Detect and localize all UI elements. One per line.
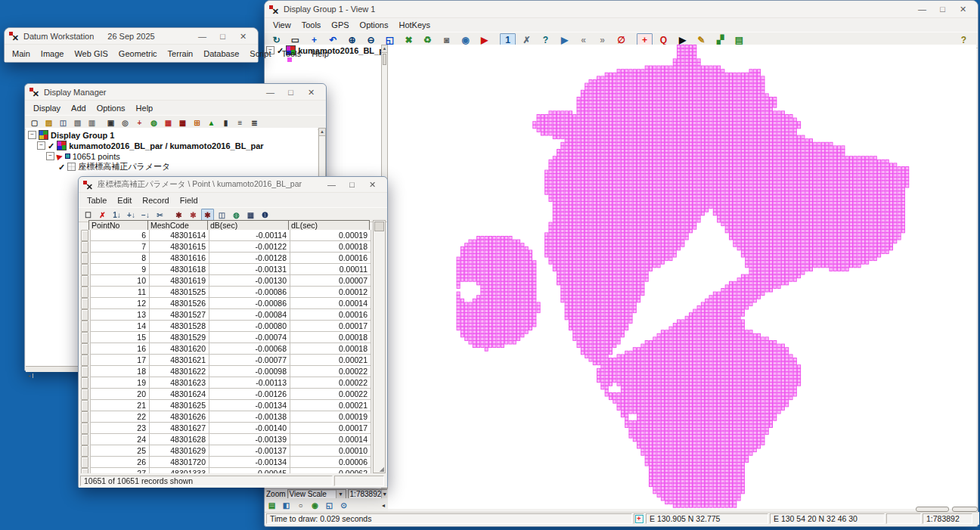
record-select-button[interactable] [81,434,88,445]
maximize-icon[interactable]: □ [281,85,301,100]
minimize-icon[interactable]: — [912,2,932,17]
unlink-record-icon[interactable]: ✂ [154,209,166,221]
chevron-down-icon[interactable]: ▼ [381,490,387,498]
record-select-button[interactable] [81,332,88,343]
tree-item-parameter[interactable]: ✓ 座標標高補正パラメータ [28,162,318,172]
record-select-button[interactable] [81,468,88,473]
menu-tools[interactable]: Tools [276,48,306,60]
record-select-button[interactable] [81,253,88,264]
table-row[interactable]: 1148301525-0.000860.00012 [79,287,373,298]
record-select-button[interactable] [81,400,88,411]
layer-zoom-icon[interactable]: ◉ [309,499,321,511]
table-row[interactable]: 748301615-0.001220.00018 [79,241,373,253]
collapse-icon[interactable]: − [37,141,45,150]
menu-record[interactable]: Record [137,194,174,206]
table-row[interactable]: 1348301527-0.000840.00016 [79,309,373,321]
menu-gps[interactable]: GPS [326,19,354,31]
table-row[interactable]: 1848301622-0.000980.00022 [79,366,373,377]
zoom-rect-icon[interactable]: ◱ [323,499,336,511]
table-row[interactable]: 2448301628-0.001390.00014 [79,434,373,445]
view-titlebar[interactable]: Display Group 1 - View 1 —□✕ [265,1,978,18]
table-row[interactable]: 2648301720-0.001340.00006 [79,457,373,468]
record-select-button[interactable] [81,366,88,377]
save-as-icon[interactable]: ▧ [71,116,84,129]
record-select-button[interactable] [81,423,88,434]
table-row[interactable]: 1548301529-0.000740.00018 [79,332,373,343]
tabular-view-icon[interactable]: ▦ [176,116,189,129]
record-select-button[interactable] [81,355,88,366]
menu-hotkeys[interactable]: HotKeys [394,19,436,31]
table-row[interactable]: 2548301629-0.001370.00010 [79,445,373,457]
workstation-titlebar[interactable]: Datum Workstation 26 Sep 2025 —□✕ [5,28,258,45]
panel-collapse-icon[interactable]: ◂ [382,502,385,509]
table-row[interactable]: 1448301528-0.000800.00017 [79,321,373,332]
locate-icon[interactable]: ◎ [119,116,132,129]
column-header-dlsec[interactable]: dL(sec) [289,220,370,231]
menu-display[interactable]: Display [28,102,66,114]
record-select-button[interactable] [81,377,88,389]
menu-script[interactable]: Script [244,48,276,60]
new-display-icon[interactable]: ▢ [28,116,41,129]
save-icon[interactable]: ◫ [57,116,70,129]
h-scrollbar-thumb[interactable] [916,507,949,512]
zoom-tool-icon[interactable]: ○ [294,499,307,511]
web-layer-icon[interactable]: ◍ [147,116,160,129]
close-icon[interactable]: ✕ [233,29,253,44]
mark-related-icon[interactable]: ✱ [187,209,200,221]
parameter-checkbox[interactable]: ✓ [58,163,65,171]
mark-records-icon[interactable]: ✱ [172,209,185,221]
legend-toggle-icon[interactable]: ▤ [265,499,278,511]
minimize-icon[interactable]: — [321,177,342,192]
record-select-button[interactable] [81,298,88,309]
scroll-up-icon[interactable]: ▲ [382,45,387,53]
table-row[interactable]: 2148301625-0.001340.00021 [79,400,373,411]
table-row[interactable]: 2048301624-0.001260.00022 [79,389,373,400]
record-select-button[interactable] [81,275,88,287]
table-row[interactable]: 848301616-0.001280.00016 [79,253,373,264]
print-icon[interactable]: ▥ [85,116,98,129]
h-scrollbar-button[interactable] [952,507,978,512]
minimize-icon[interactable]: — [192,29,212,44]
layer-checkbox[interactable]: ✓ [48,142,54,150]
minimize-icon[interactable]: — [260,85,281,100]
attach-record-icon[interactable]: +↓ [125,209,138,221]
menu-geometric[interactable]: Geometric [113,48,163,60]
record-select-button[interactable] [81,287,88,298]
menu-options[interactable]: Options [355,19,394,31]
collapse-icon[interactable]: − [46,152,54,160]
first-record-icon[interactable]: 1↓ [110,209,123,221]
column-header-meshcode[interactable]: MeshCode [148,220,208,231]
menu-database[interactable]: Database [198,48,244,60]
tree-item-layer[interactable]: − ✓ kumamoto2016_BL_par / kumamoto2016_B… [28,141,318,150]
menu-image[interactable]: Image [36,48,70,60]
maximize-icon[interactable]: □ [932,2,953,17]
grid-layer-icon[interactable]: ⊞ [191,116,203,129]
display-monitor-icon[interactable]: ▣ [104,116,117,129]
menu-view[interactable]: View [268,19,296,31]
table-titlebar[interactable]: 座標標高補正パラメータ \ Point \ kumamoto2016_BL_pa… [79,177,387,193]
menu-add[interactable]: Add [66,102,91,114]
table-row[interactable]: 2248301626-0.001380.00019 [79,411,373,423]
zoom-point-icon[interactable]: ⊙ [337,499,350,511]
close-icon[interactable]: ✕ [953,2,973,17]
show-marked-icon[interactable]: ✱ [201,209,214,221]
close-icon[interactable]: ✕ [362,177,383,192]
raster-layer-icon[interactable]: ▲ [205,116,218,129]
table-row[interactable]: 1748301621-0.000770.00021 [79,355,373,366]
menu-web-gis[interactable]: Web GIS [69,48,113,60]
record-select-button[interactable] [81,445,88,457]
table-row[interactable]: 1048301619-0.001300.00007 [79,275,373,287]
menu-main[interactable]: Main [7,48,36,60]
record-select-button[interactable] [81,389,88,400]
table-properties-icon[interactable]: ▦ [244,209,257,221]
column-header-pointno[interactable]: PointNo [88,220,148,231]
scroll-left-icon[interactable]: ◄ [26,373,33,378]
maximize-icon[interactable]: □ [212,29,233,44]
table-row[interactable]: 948301618-0.001310.00011 [79,264,373,275]
chevron-down-icon[interactable]: ▼ [336,490,346,498]
list-view-icon[interactable]: ≡ [234,116,247,129]
menu-options[interactable]: Options [91,102,131,114]
menu-terrain[interactable]: Terrain [163,48,199,60]
table-row[interactable]: 2348301627-0.001400.00017 [79,423,373,434]
collapse-icon[interactable]: − [28,131,36,139]
